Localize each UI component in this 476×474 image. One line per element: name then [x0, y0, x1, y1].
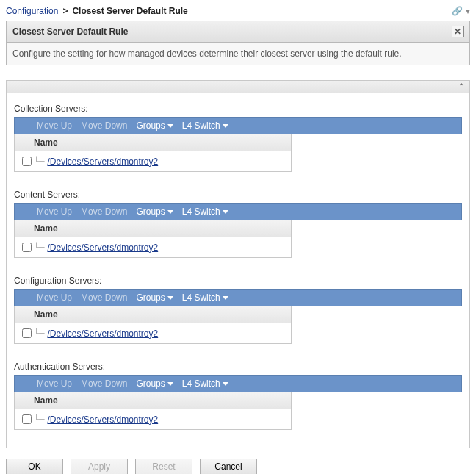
tree-icon: └─ — [34, 328, 44, 339]
breadcrumb: Configuration > Closest Server Default R… — [6, 6, 470, 16]
collapse-icon[interactable]: ⌃ — [458, 82, 465, 92]
table-row: └─ /Devices/Servers/dmontroy2 — [15, 237, 291, 257]
section-toolbar: Move Up Move Down Groups L4 Switch — [14, 375, 462, 392]
grid-header: Name — [15, 220, 291, 237]
section-title: Configuration Servers: — [14, 276, 462, 286]
reset-button[interactable]: Reset — [135, 459, 192, 474]
tree-icon: └─ — [34, 243, 44, 253]
server-path-link[interactable]: /Devices/Servers/dmontroy2 — [47, 328, 158, 339]
move-up-button[interactable]: Move Up — [37, 378, 72, 389]
server-grid: Name └─ /Devices/Servers/dmontroy2 — [14, 134, 292, 172]
section-toolbar: Move Up Move Down Groups L4 Switch — [14, 203, 462, 220]
breadcrumb-separator-icon: > — [62, 6, 68, 16]
groups-dropdown[interactable]: Groups — [136, 292, 173, 303]
move-down-button[interactable]: Move Down — [81, 378, 127, 389]
page-action-icons: 🔗 ▾ — [452, 6, 470, 16]
server-grid: Name └─ /Devices/Servers/dmontroy2 — [14, 220, 292, 258]
authentication-servers-section: Authentication Servers: Move Up Move Dow… — [14, 362, 462, 430]
row-checkbox[interactable] — [22, 328, 32, 338]
ok-button[interactable]: OK — [6, 459, 63, 474]
collection-servers-section: Collection Servers: Move Up Move Down Gr… — [14, 104, 462, 172]
name-column-header[interactable]: Name — [34, 223, 58, 234]
server-path-link[interactable]: /Devices/Servers/dmontroy2 — [47, 243, 158, 253]
server-path-link[interactable]: /Devices/Servers/dmontroy2 — [47, 414, 158, 425]
table-row: └─ /Devices/Servers/dmontroy2 — [15, 151, 291, 171]
panel-description: Configure the setting for how managed de… — [7, 43, 469, 65]
groups-dropdown[interactable]: Groups — [136, 121, 173, 131]
server-grid: Name └─ /Devices/Servers/dmontroy2 — [14, 392, 292, 430]
name-column-header[interactable]: Name — [34, 309, 58, 320]
l4switch-dropdown[interactable]: L4 Switch — [182, 121, 228, 131]
grid-header: Name — [15, 134, 291, 151]
caret-down-icon — [167, 210, 173, 214]
grid-header: Name — [15, 306, 291, 323]
l4switch-dropdown[interactable]: L4 Switch — [182, 378, 228, 389]
l4switch-dropdown[interactable]: L4 Switch — [182, 292, 228, 303]
panel-header: Closest Server Default Rule ✕ — [7, 21, 469, 43]
section-toolbar: Move Up Move Down Groups L4 Switch — [14, 117, 462, 134]
table-row: └─ /Devices/Servers/dmontroy2 — [15, 323, 291, 343]
name-column-header[interactable]: Name — [34, 137, 58, 148]
table-row: └─ /Devices/Servers/dmontroy2 — [15, 409, 291, 429]
caret-down-icon — [167, 382, 173, 386]
move-up-button[interactable]: Move Up — [37, 292, 72, 303]
caret-down-icon — [223, 124, 228, 128]
move-down-button[interactable]: Move Down — [81, 207, 127, 217]
groups-dropdown[interactable]: Groups — [136, 207, 173, 217]
grid-header: Name — [15, 392, 291, 409]
dropdown-icon[interactable]: ▾ — [466, 6, 470, 16]
rule-panel: Closest Server Default Rule ✕ Configure … — [6, 21, 470, 65]
breadcrumb-parent-link[interactable]: Configuration — [6, 6, 58, 16]
link-icon[interactable]: 🔗 — [452, 6, 463, 16]
name-column-header[interactable]: Name — [34, 395, 58, 406]
close-icon[interactable]: ✕ — [452, 26, 464, 37]
groups-dropdown[interactable]: Groups — [136, 378, 173, 389]
caret-down-icon — [223, 210, 228, 214]
move-up-button[interactable]: Move Up — [37, 121, 72, 131]
cancel-button[interactable]: Cancel — [200, 459, 257, 474]
breadcrumb-current: Closest Server Default Rule — [72, 6, 187, 16]
row-checkbox[interactable] — [22, 243, 32, 252]
server-path-link[interactable]: /Devices/Servers/dmontroy2 — [47, 157, 158, 167]
section-toolbar: Move Up Move Down Groups L4 Switch — [14, 289, 462, 306]
section-title: Authentication Servers: — [14, 362, 462, 372]
caret-down-icon — [167, 124, 173, 128]
content-servers-section: Content Servers: Move Up Move Down Group… — [14, 190, 462, 258]
content-area: Collection Servers: Move Up Move Down Gr… — [6, 93, 470, 448]
server-grid: Name └─ /Devices/Servers/dmontroy2 — [14, 306, 292, 344]
tree-icon: └─ — [34, 414, 44, 425]
caret-down-icon — [167, 296, 173, 300]
button-bar: OK Apply Reset Cancel — [6, 459, 470, 474]
move-down-button[interactable]: Move Down — [81, 292, 127, 303]
move-down-button[interactable]: Move Down — [81, 121, 127, 131]
caret-down-icon — [223, 296, 228, 300]
section-title: Content Servers: — [14, 190, 462, 200]
panel-title: Closest Server Default Rule — [12, 26, 128, 37]
caret-down-icon — [223, 382, 228, 386]
row-checkbox[interactable] — [22, 414, 32, 424]
configuration-servers-section: Configuration Servers: Move Up Move Down… — [14, 276, 462, 344]
collapse-bar: ⌃ — [6, 80, 470, 93]
row-checkbox[interactable] — [22, 157, 32, 166]
move-up-button[interactable]: Move Up — [37, 207, 72, 217]
tree-icon: └─ — [34, 157, 44, 167]
l4switch-dropdown[interactable]: L4 Switch — [182, 207, 228, 217]
section-title: Collection Servers: — [14, 104, 462, 114]
apply-button[interactable]: Apply — [71, 459, 128, 474]
